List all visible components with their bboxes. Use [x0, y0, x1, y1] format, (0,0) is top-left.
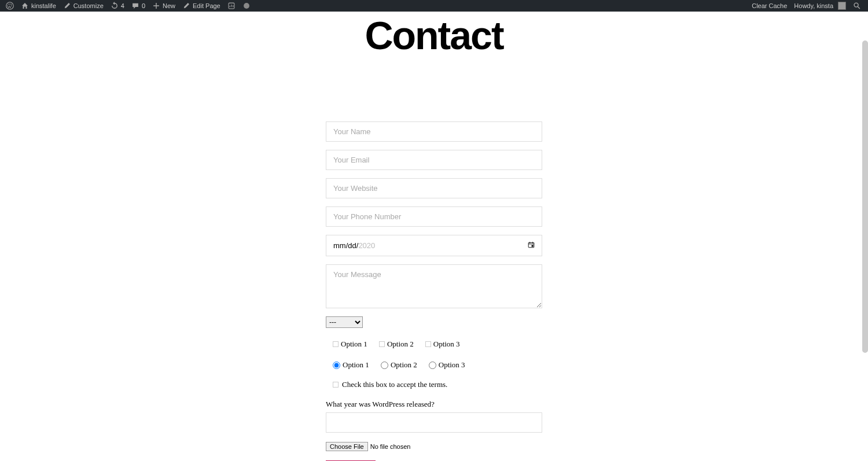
- site-name-button[interactable]: kinstalife: [17, 0, 60, 12]
- file-upload-row: Choose File No file chosen: [326, 442, 542, 451]
- checkbox-group: Option 1 Option 2 Option 3: [326, 340, 542, 349]
- radio-option-1[interactable]: Option 1: [333, 360, 369, 370]
- edit-page-label: Edit Page: [193, 2, 220, 9]
- scrollbar-thumb[interactable]: [862, 40, 868, 353]
- quiz-question-label: What year was WordPress released?: [326, 400, 542, 409]
- dropdown-select[interactable]: ---: [326, 316, 363, 328]
- customize-label: Customize: [73, 2, 104, 9]
- updates-button[interactable]: 4: [107, 0, 128, 12]
- account-button[interactable]: Howdy, kinsta: [790, 0, 849, 12]
- customize-button[interactable]: Customize: [60, 0, 107, 12]
- message-textarea[interactable]: [326, 264, 542, 308]
- site-name-label: kinstalife: [31, 2, 56, 9]
- seo-icon: [227, 2, 236, 10]
- wordpress-icon: [6, 2, 14, 10]
- admin-bar-left: kinstalife Customize 4 0 New: [0, 0, 254, 12]
- clear-cache-button[interactable]: Clear Cache: [748, 0, 790, 12]
- comment-icon: [131, 2, 139, 10]
- radio-input[interactable]: [381, 362, 388, 369]
- update-icon: [111, 2, 119, 10]
- search-icon: [853, 2, 861, 10]
- wp-admin-bar: kinstalife Customize 4 0 New: [0, 0, 868, 12]
- svg-point-3: [854, 3, 858, 7]
- seo-button[interactable]: [224, 0, 239, 12]
- brush-icon: [63, 2, 71, 10]
- clear-cache-label: Clear Cache: [752, 2, 787, 9]
- wp-logo-button[interactable]: [2, 0, 17, 12]
- terms-checkbox-row[interactable]: Check this box to accept the terms.: [326, 380, 542, 389]
- checkbox-icon: [333, 382, 339, 388]
- howdy-label: Howdy, kinsta: [794, 2, 833, 9]
- checkbox-option-3[interactable]: Option 3: [425, 340, 460, 349]
- email-input[interactable]: [326, 150, 542, 170]
- performance-button[interactable]: [239, 0, 254, 12]
- admin-bar-right: Clear Cache Howdy, kinsta: [748, 0, 868, 12]
- website-input[interactable]: [326, 178, 542, 198]
- date-input[interactable]: mm/dd/2020: [326, 235, 542, 256]
- search-button[interactable]: [849, 0, 865, 12]
- edit-page-button[interactable]: Edit Page: [179, 0, 224, 12]
- file-status-label: No file chosen: [370, 443, 411, 450]
- radio-group: Option 1 Option 2 Option 3: [326, 360, 542, 370]
- scrollbar[interactable]: [862, 12, 868, 461]
- plus-icon: [152, 2, 160, 10]
- contact-form: mm/dd/2020 --- Option 1 Option 2 Option …: [326, 121, 542, 461]
- radio-option-2[interactable]: Option 2: [381, 360, 417, 370]
- new-button[interactable]: New: [149, 0, 179, 12]
- svg-rect-5: [532, 245, 534, 247]
- checkbox-option-2[interactable]: Option 2: [379, 340, 414, 349]
- choose-file-button[interactable]: Choose File: [326, 442, 368, 451]
- new-label: New: [163, 2, 175, 9]
- checkbox-icon: [425, 341, 431, 347]
- phone-input[interactable]: [326, 206, 542, 227]
- radio-option-3[interactable]: Option 3: [429, 360, 465, 370]
- gauge-icon: [242, 2, 251, 10]
- page-title: Contact: [365, 13, 503, 58]
- pencil-icon: [182, 2, 190, 10]
- page-content: Contact mm/dd/2020 --- Option 1 Opti: [0, 0, 868, 461]
- updates-count: 4: [121, 2, 124, 9]
- checkbox-icon: [333, 341, 339, 347]
- home-icon: [21, 2, 29, 10]
- avatar: [838, 2, 846, 10]
- checkbox-icon: [379, 341, 385, 347]
- calendar-icon: [528, 241, 535, 250]
- date-value: mm/dd/2020: [333, 241, 375, 250]
- radio-input[interactable]: [429, 362, 436, 369]
- name-input[interactable]: [326, 121, 542, 142]
- quiz-group: What year was WordPress released?: [326, 397, 542, 433]
- comments-count: 0: [142, 2, 145, 9]
- comments-button[interactable]: 0: [128, 0, 149, 12]
- svg-point-2: [244, 3, 249, 9]
- radio-input[interactable]: [333, 362, 340, 369]
- terms-label: Check this box to accept the terms.: [342, 380, 447, 389]
- checkbox-option-1[interactable]: Option 1: [333, 340, 367, 349]
- quiz-input[interactable]: [326, 412, 542, 433]
